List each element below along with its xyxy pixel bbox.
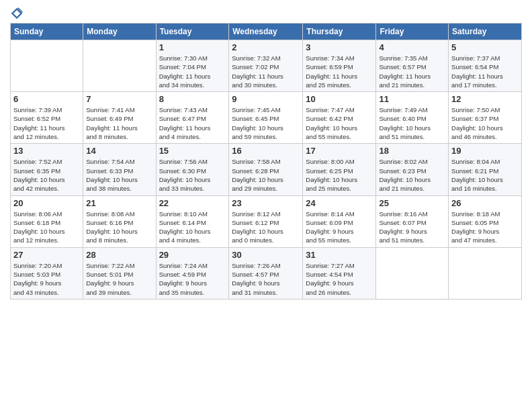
calendar-cell: 15Sunrise: 7:56 AMSunset: 6:30 PMDayligh… [156, 144, 229, 195]
col-header-wednesday: Wednesday [229, 24, 303, 40]
day-info: Sunrise: 7:35 AMSunset: 6:57 PMDaylight:… [379, 54, 445, 89]
day-number: 12 [451, 94, 519, 104]
day-number: 18 [379, 146, 445, 156]
day-info: Sunrise: 8:16 AMSunset: 6:07 PMDaylight:… [379, 210, 445, 245]
day-info: Sunrise: 7:26 AMSunset: 4:57 PMDaylight:… [232, 261, 300, 297]
day-info: Sunrise: 7:49 AMSunset: 6:40 PMDaylight:… [379, 105, 445, 141]
calendar-header-row: SundayMondayTuesdayWednesdayThursdayFrid… [11, 24, 522, 40]
day-info: Sunrise: 7:54 AMSunset: 6:33 PMDaylight:… [86, 157, 152, 193]
day-number: 16 [232, 146, 300, 156]
day-info: Sunrise: 7:20 AMSunset: 5:03 PMDaylight:… [13, 261, 80, 297]
day-info: Sunrise: 7:45 AMSunset: 6:45 PMDaylight:… [232, 105, 300, 141]
calendar-cell: 6Sunrise: 7:39 AMSunset: 6:52 PMDaylight… [11, 92, 83, 144]
day-number: 24 [306, 198, 373, 208]
day-info: Sunrise: 8:06 AMSunset: 6:18 PMDaylight:… [13, 210, 80, 245]
calendar-cell: 5Sunrise: 7:37 AMSunset: 6:54 PMDaylight… [449, 40, 522, 92]
calendar-cell: 26Sunrise: 8:18 AMSunset: 6:05 PMDayligh… [449, 195, 522, 247]
page-header [10, 7, 522, 20]
calendar-cell: 21Sunrise: 8:08 AMSunset: 6:16 PMDayligh… [83, 195, 156, 247]
calendar-cell: 9Sunrise: 7:45 AMSunset: 6:45 PMDaylight… [229, 92, 303, 144]
day-number: 25 [379, 198, 445, 208]
day-number: 26 [451, 198, 519, 208]
day-number: 30 [232, 250, 300, 260]
calendar-cell [449, 247, 522, 299]
day-info: Sunrise: 7:41 AMSunset: 6:49 PMDaylight:… [86, 105, 152, 141]
calendar-cell [376, 247, 449, 299]
day-number: 20 [13, 198, 80, 208]
calendar-cell: 28Sunrise: 7:22 AMSunset: 5:01 PMDayligh… [83, 247, 156, 299]
day-info: Sunrise: 8:18 AMSunset: 6:05 PMDaylight:… [451, 210, 519, 245]
day-number: 10 [306, 94, 373, 104]
day-info: Sunrise: 7:58 AMSunset: 6:28 PMDaylight:… [232, 157, 300, 193]
day-number: 14 [86, 146, 152, 156]
calendar-week-2: 6Sunrise: 7:39 AMSunset: 6:52 PMDaylight… [11, 92, 522, 144]
calendar-cell: 22Sunrise: 8:10 AMSunset: 6:14 PMDayligh… [156, 195, 229, 247]
day-info: Sunrise: 7:56 AMSunset: 6:30 PMDaylight:… [159, 157, 226, 193]
day-number: 7 [86, 94, 152, 104]
day-number: 21 [86, 198, 152, 208]
day-info: Sunrise: 8:12 AMSunset: 6:12 PMDaylight:… [232, 210, 300, 245]
calendar-cell: 29Sunrise: 7:24 AMSunset: 4:59 PMDayligh… [156, 247, 229, 299]
day-number: 9 [232, 94, 300, 104]
day-number: 3 [306, 42, 373, 52]
calendar-cell: 19Sunrise: 8:04 AMSunset: 6:21 PMDayligh… [449, 144, 522, 195]
calendar-cell: 4Sunrise: 7:35 AMSunset: 6:57 PMDaylight… [376, 40, 449, 92]
day-info: Sunrise: 8:04 AMSunset: 6:21 PMDaylight:… [451, 157, 519, 193]
day-info: Sunrise: 7:27 AMSunset: 4:54 PMDaylight:… [306, 261, 373, 297]
logo-icon [10, 7, 24, 20]
calendar-cell: 20Sunrise: 8:06 AMSunset: 6:18 PMDayligh… [11, 195, 83, 247]
calendar-cell: 14Sunrise: 7:54 AMSunset: 6:33 PMDayligh… [83, 144, 156, 195]
calendar-cell: 24Sunrise: 8:14 AMSunset: 6:09 PMDayligh… [303, 195, 376, 247]
calendar-cell: 7Sunrise: 7:41 AMSunset: 6:49 PMDaylight… [83, 92, 156, 144]
day-info: Sunrise: 7:32 AMSunset: 7:02 PMDaylight:… [232, 54, 300, 89]
calendar-cell [83, 40, 156, 92]
day-number: 13 [13, 146, 80, 156]
day-number: 2 [232, 42, 300, 52]
day-number: 27 [13, 250, 80, 260]
calendar-cell: 16Sunrise: 7:58 AMSunset: 6:28 PMDayligh… [229, 144, 303, 195]
calendar-cell: 23Sunrise: 8:12 AMSunset: 6:12 PMDayligh… [229, 195, 303, 247]
logo [10, 7, 25, 20]
day-info: Sunrise: 7:30 AMSunset: 7:04 PMDaylight:… [159, 54, 226, 89]
day-info: Sunrise: 7:22 AMSunset: 5:01 PMDaylight:… [86, 261, 152, 297]
day-number: 28 [86, 250, 152, 260]
day-info: Sunrise: 7:37 AMSunset: 6:54 PMDaylight:… [451, 54, 519, 89]
day-number: 11 [379, 94, 445, 104]
calendar-cell: 1Sunrise: 7:30 AMSunset: 7:04 PMDaylight… [156, 40, 229, 92]
day-info: Sunrise: 7:34 AMSunset: 6:59 PMDaylight:… [306, 54, 373, 89]
day-number: 6 [13, 94, 80, 104]
day-number: 19 [451, 146, 519, 156]
col-header-friday: Friday [376, 24, 449, 40]
calendar-cell: 10Sunrise: 7:47 AMSunset: 6:42 PMDayligh… [303, 92, 376, 144]
day-number: 8 [159, 94, 226, 104]
day-number: 22 [159, 198, 226, 208]
day-info: Sunrise: 7:52 AMSunset: 6:35 PMDaylight:… [13, 157, 80, 193]
col-header-monday: Monday [83, 24, 156, 40]
day-info: Sunrise: 8:14 AMSunset: 6:09 PMDaylight:… [306, 210, 373, 245]
day-info: Sunrise: 7:24 AMSunset: 4:59 PMDaylight:… [159, 261, 226, 297]
calendar-cell: 18Sunrise: 8:02 AMSunset: 6:23 PMDayligh… [376, 144, 449, 195]
day-info: Sunrise: 8:02 AMSunset: 6:23 PMDaylight:… [379, 157, 445, 193]
day-number: 23 [232, 198, 300, 208]
calendar-cell: 31Sunrise: 7:27 AMSunset: 4:54 PMDayligh… [303, 247, 376, 299]
calendar-cell: 13Sunrise: 7:52 AMSunset: 6:35 PMDayligh… [11, 144, 83, 195]
day-number: 5 [451, 42, 519, 52]
calendar-cell: 11Sunrise: 7:49 AMSunset: 6:40 PMDayligh… [376, 92, 449, 144]
calendar-week-3: 13Sunrise: 7:52 AMSunset: 6:35 PMDayligh… [11, 144, 522, 195]
day-number: 15 [159, 146, 226, 156]
calendar-table: SundayMondayTuesdayWednesdayThursdayFrid… [10, 23, 522, 300]
day-info: Sunrise: 7:43 AMSunset: 6:47 PMDaylight:… [159, 105, 226, 141]
calendar-cell: 27Sunrise: 7:20 AMSunset: 5:03 PMDayligh… [11, 247, 83, 299]
calendar-cell: 2Sunrise: 7:32 AMSunset: 7:02 PMDaylight… [229, 40, 303, 92]
day-number: 4 [379, 42, 445, 52]
calendar-cell: 17Sunrise: 8:00 AMSunset: 6:25 PMDayligh… [303, 144, 376, 195]
day-number: 1 [159, 42, 226, 52]
col-header-tuesday: Tuesday [156, 24, 229, 40]
calendar-week-5: 27Sunrise: 7:20 AMSunset: 5:03 PMDayligh… [11, 247, 522, 299]
day-info: Sunrise: 7:50 AMSunset: 6:37 PMDaylight:… [451, 105, 519, 141]
calendar-cell: 25Sunrise: 8:16 AMSunset: 6:07 PMDayligh… [376, 195, 449, 247]
day-number: 29 [159, 250, 226, 260]
calendar-cell [11, 40, 83, 92]
calendar-cell: 8Sunrise: 7:43 AMSunset: 6:47 PMDaylight… [156, 92, 229, 144]
col-header-sunday: Sunday [11, 24, 83, 40]
